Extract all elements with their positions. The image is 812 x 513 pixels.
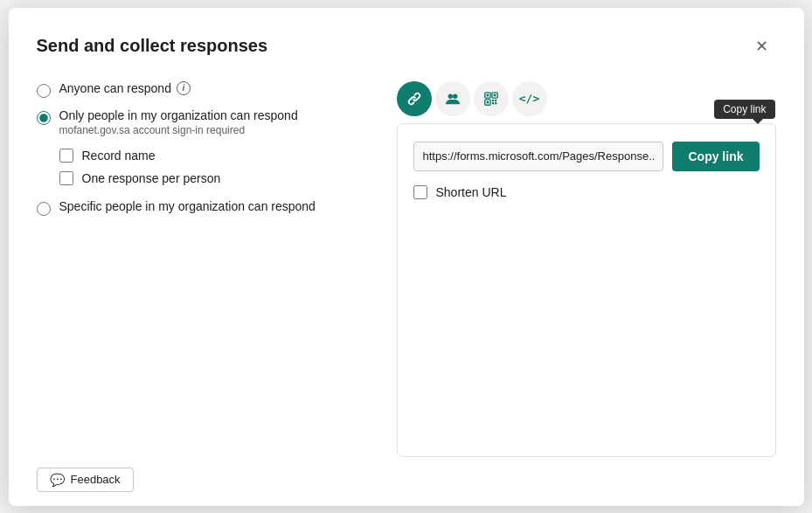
svg-point-0	[448, 94, 452, 98]
specific-radio[interactable]	[37, 202, 51, 216]
specific-label-group: Specific people in my organization can r…	[59, 199, 316, 213]
org-label-group: Only people in my organization can respo…	[59, 108, 298, 136]
one-response-label: One response per person	[82, 171, 221, 185]
record-name-option[interactable]: Record name	[59, 149, 369, 163]
shorten-url-row[interactable]: Shorten URL	[413, 185, 760, 199]
record-name-label: Record name	[82, 149, 156, 163]
svg-rect-5	[493, 94, 496, 96]
dialog-footer: 💬 Feedback	[37, 457, 776, 506]
org-option[interactable]: Only people in my organization can respo…	[37, 108, 369, 136]
svg-rect-8	[491, 99, 493, 101]
specific-label: Specific people in my organization can r…	[59, 199, 316, 213]
close-button[interactable]: ✕	[748, 32, 776, 60]
anyone-option[interactable]: Anyone can respond i	[37, 81, 369, 98]
link-tab-button[interactable]	[397, 81, 432, 116]
svg-rect-9	[495, 99, 496, 101]
send-collect-dialog: Send and collect responses ✕ Anyone can …	[9, 8, 804, 506]
one-response-option[interactable]: One response per person	[59, 171, 369, 185]
org-label: Only people in my organization can respo…	[59, 108, 298, 122]
qr-tab-button[interactable]	[474, 81, 509, 116]
svg-rect-7	[486, 101, 489, 103]
shorten-url-label: Shorten URL	[436, 185, 507, 199]
embed-tab-button[interactable]: </>	[512, 81, 547, 116]
feedback-icon: 💬	[50, 473, 65, 487]
record-name-checkbox[interactable]	[59, 149, 73, 163]
shorten-url-checkbox[interactable]	[413, 185, 427, 199]
content-box: Copy link Copy link Shorten URL	[397, 123, 776, 457]
left-panel: Anyone can respond i Only people in my o…	[37, 81, 369, 457]
feedback-label: Feedback	[71, 473, 121, 486]
url-row: Copy link	[413, 142, 760, 171]
anyone-label-group: Anyone can respond i	[59, 81, 191, 95]
anyone-info-icon[interactable]: i	[177, 81, 191, 95]
feedback-button[interactable]: 💬 Feedback	[37, 468, 134, 492]
specific-option[interactable]: Specific people in my organization can r…	[37, 199, 369, 216]
dialog-body: Anyone can respond i Only people in my o…	[37, 81, 776, 457]
dialog-header: Send and collect responses ✕	[37, 32, 776, 60]
collaborate-tab-button[interactable]	[435, 81, 470, 116]
org-radio[interactable]	[37, 111, 51, 125]
anyone-label: Anyone can respond i	[59, 81, 191, 95]
dialog-title: Send and collect responses	[37, 36, 268, 56]
link-icon	[406, 91, 422, 107]
url-input[interactable]	[413, 142, 664, 171]
svg-rect-11	[495, 102, 496, 104]
svg-point-1	[453, 94, 457, 98]
checkbox-options: Record name One response per person	[59, 149, 369, 185]
collaborate-icon	[445, 91, 461, 107]
right-panel: </> Copy link Copy link Shorten URL	[397, 81, 776, 457]
org-sublabel: mofanet.gov.sa account sign-in required	[59, 124, 298, 136]
embed-icon: </>	[519, 92, 539, 105]
tab-icons: </>	[397, 81, 547, 116]
anyone-radio[interactable]	[37, 84, 51, 98]
one-response-checkbox[interactable]	[59, 171, 73, 185]
copy-link-tooltip: Copy link	[714, 100, 774, 119]
qr-icon	[483, 91, 499, 107]
copy-link-button[interactable]: Copy link	[672, 142, 759, 171]
close-icon: ✕	[755, 37, 768, 56]
svg-rect-10	[491, 102, 493, 104]
svg-rect-3	[486, 94, 489, 96]
